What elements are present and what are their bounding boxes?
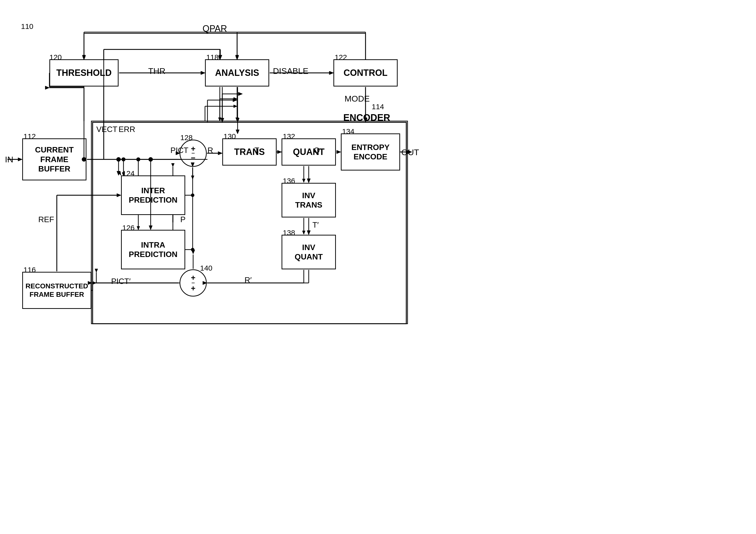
svg-marker-117 (307, 179, 310, 183)
svg-marker-94 (236, 118, 239, 122)
svg-marker-145 (238, 92, 243, 96)
svg-marker-134 (191, 163, 194, 167)
svg-marker-142 (233, 98, 237, 102)
svg-marker-124 (88, 281, 92, 285)
svg-marker-138 (191, 250, 195, 254)
svg-marker-149 (219, 55, 222, 59)
svg-marker-122 (203, 281, 207, 285)
connection-lines (0, 0, 756, 534)
svg-marker-82 (235, 55, 239, 59)
svg-point-135 (191, 193, 194, 197)
svg-marker-119 (307, 231, 310, 235)
svg-marker-87 (329, 71, 334, 75)
svg-rect-77 (93, 122, 406, 324)
svg-marker-89 (364, 118, 367, 122)
svg-point-102 (82, 157, 86, 162)
svg-marker-109 (218, 152, 222, 155)
svg-marker-129 (117, 193, 121, 197)
svg-marker-80 (82, 55, 86, 59)
svg-marker-92 (45, 86, 49, 90)
svg-marker-115 (408, 150, 412, 154)
svg-marker-85 (201, 71, 205, 75)
svg-marker-111 (277, 150, 282, 154)
svg-marker-151 (236, 130, 239, 134)
svg-marker-113 (337, 150, 341, 154)
svg-marker-98 (18, 158, 22, 161)
svg-marker-106 (149, 226, 152, 230)
svg-marker-107 (176, 152, 180, 155)
